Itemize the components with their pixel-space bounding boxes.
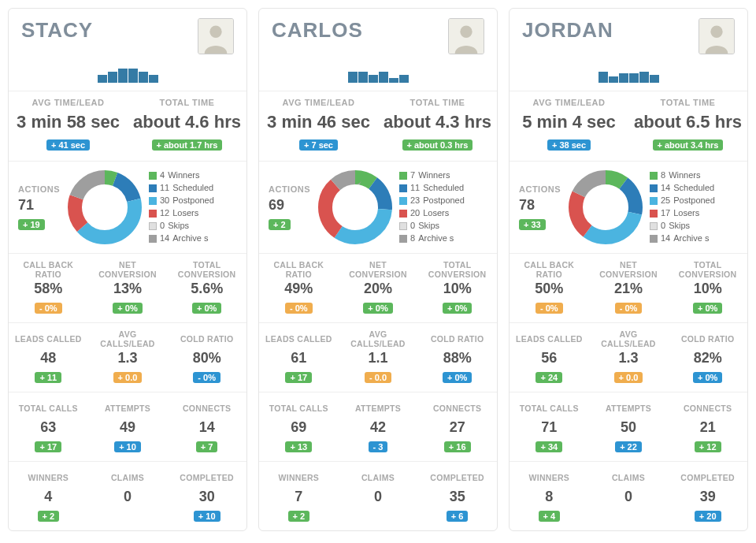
metric-label: CLAIMS — [91, 468, 165, 489]
metric-value: 56 — [513, 350, 586, 366]
metric-label: TOTAL CONVERSION — [671, 260, 744, 281]
metric-cell-total_conversion: TOTAL CONVERSION 5.6% + 0% — [167, 253, 246, 322]
metric-delta: + 0% — [693, 303, 722, 314]
metric-cell-completed_label: COMPLETED 39 + 20 — [668, 461, 747, 530]
metric-cell-winners_label: WINNERS 7 + 2 — [259, 461, 339, 530]
donut-chart — [568, 169, 643, 245]
metric-delta: - 0% — [536, 303, 563, 314]
metric-cell-avg_calls_lead: AVG CALLS/LEAD 1.3 + 0.0 — [589, 322, 669, 392]
avatar[interactable] — [448, 18, 484, 54]
actions-label: ACTIONS — [519, 184, 568, 194]
metric-delta: + 10 — [194, 511, 220, 522]
agent-card: CARLOS AVG TIME/LEAD 3 min 46 sec + 7 se… — [258, 8, 498, 531]
metric-delta: + 0.0 — [614, 372, 643, 383]
legend-label: Postponed — [423, 195, 465, 207]
metric-cell-call_back_ratio: CALL BACK RATIO 58% - 0% — [9, 253, 88, 322]
metric-label: CLAIMS — [342, 468, 415, 489]
metric-delta: + 11 — [35, 372, 61, 383]
metric-value: 88% — [421, 350, 494, 366]
metric-value: 49% — [262, 281, 335, 297]
spark-bar — [128, 69, 138, 83]
metrics-grid: CALL BACK RATIO 58% - 0% NET CONVERSION … — [9, 253, 246, 530]
legend-swatch — [149, 235, 157, 243]
metric-label: ATTEMPTS — [342, 399, 415, 419]
spark-bar — [598, 72, 608, 83]
metric-label: AVG CALLS/LEAD — [342, 329, 415, 350]
actions-delta: + 2 — [269, 219, 291, 230]
metric-value: 61 — [262, 350, 335, 366]
spark-bar — [639, 72, 649, 83]
legend-row-scheduled: 11 Scheduled — [399, 182, 465, 195]
total-time-delta: + about 0.3 hrs — [402, 139, 473, 151]
legend-text: 14 — [661, 232, 670, 245]
metric-cell-total_conversion: TOTAL CONVERSION 10% + 0% — [417, 253, 497, 322]
metric-value: 69 — [262, 419, 335, 436]
metric-label: CALL BACK RATIO — [262, 260, 335, 281]
metric-label: TOTAL CONVERSION — [421, 260, 494, 281]
metric-value: 4 — [12, 489, 85, 505]
metric-label: WINNERS — [262, 468, 335, 489]
metric-cell-connects: CONNECTS 14 + 7 — [167, 392, 246, 461]
metric-delta: + 0% — [443, 372, 472, 383]
legend-swatch — [149, 222, 157, 230]
metric-cell-avg_calls_lead: AVG CALLS/LEAD 1.3 + 0.0 — [88, 322, 168, 392]
sparkline — [9, 61, 246, 83]
legend-text: 8 — [410, 232, 415, 245]
spark-bar — [629, 73, 639, 83]
legend-swatch — [399, 222, 407, 230]
metric-delta: - 0% — [35, 303, 62, 314]
metric-cell-total_calls: TOTAL CALLS 69 + 13 — [259, 392, 339, 461]
metric-delta: + 12 — [695, 441, 721, 452]
avatar[interactable] — [699, 18, 735, 54]
metric-label: LEADS CALLED — [262, 329, 335, 350]
metric-label: TOTAL CALLS — [262, 399, 335, 419]
metric-value: 21 — [671, 419, 744, 436]
metric-value: 50 — [592, 419, 665, 436]
metric-value: 1.3 — [592, 350, 665, 366]
spark-bar — [358, 72, 368, 83]
spark-bar — [389, 78, 398, 83]
spark-bar — [108, 72, 117, 83]
legend-row-archives: 14 Archive s — [650, 232, 715, 245]
legend-label: Winners — [418, 169, 450, 182]
metric-cell-attempts: ATTEMPTS 50 + 22 — [589, 392, 669, 461]
metric-value: 35 — [421, 489, 494, 505]
actions-section: ACTIONS 78 + 33 8 Winners 14 Scheduled 2… — [510, 161, 747, 253]
metric-value: 50% — [513, 281, 586, 297]
metric-cell-net_conversion: NET CONVERSION 13% + 0% — [88, 253, 168, 322]
metric-delta: + 2 — [288, 511, 310, 522]
sparkline — [510, 61, 747, 83]
metric-delta: + 10 — [114, 441, 141, 452]
metric-value: 80% — [170, 350, 243, 366]
legend-label: Scheduled — [673, 182, 714, 195]
legend-row-losers: 12 Losers — [149, 207, 214, 220]
legend-text: 4 — [160, 169, 165, 182]
legend-label: Skips — [418, 220, 439, 232]
metric-delta: + 34 — [536, 441, 562, 452]
metric-cell-cold_ratio: COLD RATIO 80% - 0% — [167, 322, 246, 392]
metric-value: 13% — [91, 281, 165, 297]
legend-row-postponed: 23 Postponed — [399, 195, 465, 207]
legend-label: Archive s — [418, 232, 454, 245]
metric-cell-call_back_ratio: CALL BACK RATIO 50% - 0% — [510, 253, 589, 322]
avatar-placeholder-icon — [449, 18, 484, 54]
metric-delta: + 0% — [693, 372, 722, 383]
metric-delta: + 16 — [444, 441, 471, 452]
legend-text: 25 — [661, 195, 670, 207]
legend-text: 11 — [160, 182, 169, 195]
actions-label: ACTIONS — [269, 184, 317, 194]
avg-time-value: 3 min 46 sec — [262, 112, 375, 132]
metric-value: 27 — [421, 419, 494, 436]
metric-cell-winners_label: WINNERS 4 + 2 — [9, 461, 88, 530]
avg-time-delta: + 7 sec — [299, 139, 338, 151]
avatar[interactable] — [198, 18, 234, 54]
metric-label: WINNERS — [12, 468, 85, 489]
total-time-label: TOTAL TIME — [131, 98, 243, 107]
donut-chart — [67, 169, 143, 245]
legend-text: 8 — [661, 169, 665, 182]
legend-row-postponed: 30 Postponed — [149, 195, 214, 207]
metric-delta: - 0.0 — [365, 372, 391, 383]
legend-swatch — [149, 197, 157, 205]
metric-delta: + 20 — [695, 511, 721, 522]
metric-label: ATTEMPTS — [592, 399, 665, 419]
